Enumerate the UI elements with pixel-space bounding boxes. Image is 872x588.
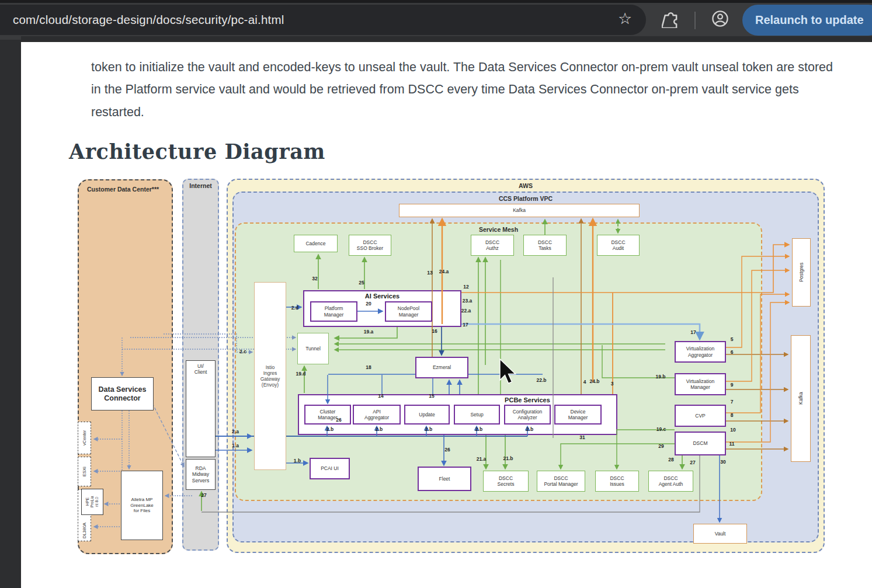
architecture-diagram: Customer Data Center***InternetAWSCCS Pl… [70,172,831,559]
edge-label-20: 20 [366,301,371,307]
zone-service-mesh-label: Service Mesh [236,226,761,233]
nodepool-manager: NodePool Manager [385,301,432,322]
dscc-issues: DSCC Issues [595,471,639,492]
edge-label-14: 14 [378,393,383,399]
edge-label-29: 29 [658,443,663,449]
profile-icon[interactable] [711,9,729,28]
edge-label-19.b: 19.b [655,374,665,380]
edge-label-17: 17 [690,329,696,335]
edge-label-2.d: 2.d [291,305,298,311]
edge-label-19.c: 19.c [656,426,666,432]
edge-label-4: 4 [583,379,586,385]
vcenter: vCenter [78,422,91,454]
dscc-sso-broker: DSCC SSO Broker [349,235,391,256]
browser-toolbar: com/cloud/storage-design/docs/security/p… [0,0,872,40]
edge-label-26: 26 [444,447,450,453]
cluster-manager: Cluster Manager [304,405,351,425]
edge-label-8: 8 [731,412,734,418]
edge-label-12: 12 [463,284,468,290]
edge-label-2.b: 2.b [475,426,482,432]
api-aggregator: API Aggregator [353,405,401,425]
ezmeral: Ezmeral [415,357,468,378]
rda-midway-servers: RDA Midway Servers [186,459,216,490]
update: Update [404,405,450,425]
edge-label-30: 30 [720,459,725,465]
zone-ccs-platform-vpc-label: CCS Platform VPC [234,195,818,202]
edge-label-22.b: 22.b [536,377,546,383]
edge-label-26: 26 [336,417,341,423]
dscc-secrets: DSCC Secrets [483,471,529,492]
edge-label-13: 13 [427,270,432,276]
edge-label-3: 3 [611,381,614,387]
document-paragraph: token to initialize the vault and encode… [91,56,838,124]
edge-label-2.b: 2.b [425,426,432,432]
edge-label-21.b: 21.b [503,455,513,461]
address-bar[interactable]: com/cloud/storage-design/docs/security/p… [0,5,646,35]
edge-label-24.b: 24.b [589,378,599,384]
toolbar-separator [694,12,696,29]
edge-label-31: 31 [579,434,585,440]
esxi: ESXi [78,457,91,486]
device-manager: Device Manager [554,405,602,425]
edge-label-2.b: 2.b [526,426,533,432]
kafka-top: Kafka [399,204,640,217]
edge-label-25: 25 [359,280,364,286]
tunnel: Tunnel [297,333,329,364]
edge-label-32: 32 [312,276,317,281]
zone-aws-label: AWS [228,182,824,189]
istio-ingress-gateway: Istio Ingres Gateway (Envoy) [254,282,286,470]
edge-label-21.a: 21.a [477,456,487,462]
edge-label-2.c: 2.c [239,349,246,354]
group-pcbe-services-label: PCBe Services [369,396,686,403]
dscc-audit: DSCC Audit [597,235,640,256]
edge-label-18: 18 [366,364,371,370]
edge-label-2.b: 2.b [326,426,333,432]
relaunch-label: Relaunch to update [755,13,864,27]
edge-label-16: 16 [432,328,437,334]
kafka-right: Kafka [791,335,811,462]
edge-label-10: 10 [730,427,735,433]
vault: Vault [693,524,747,544]
data-services-connector: Data Services Connector [91,377,154,410]
bookmark-star-icon[interactable]: ☆ [614,8,635,29]
dscc-authz: DSCC Authz [471,235,514,256]
pcai-ui: PCAI UI [310,458,350,479]
edge-label-22.a: 22.a [461,308,471,314]
cadence: Cadence [294,235,338,252]
toolbar-top-edge [0,0,872,3]
ui-client: UI/ Client [186,360,216,457]
cvp: CVP [675,405,726,427]
dscc-portal-manager: DSCC Portal Manager [537,471,585,492]
zone-internet-label: Internet [183,182,218,189]
edge-label-19.d: 19.d [296,371,305,377]
edge-label-28: 28 [668,457,673,462]
edge-label-5: 5 [731,336,734,342]
edge-label-24.a: 24.a [439,269,449,274]
virtualization-manager: Virtualization Manager [675,373,726,395]
edge-label-17: 17 [463,322,468,328]
dscc-tasks: DSCC Tasks [523,235,567,256]
edge-label-2.b: 2.b [376,426,383,432]
edge-label-2.a: 2.a [232,429,239,434]
edge-label-15: 15 [429,393,434,399]
virtualization-aggregator: Virtualization Aggregator [675,341,726,363]
configuration-analyzer: Configuration Analyzer [504,405,551,425]
edge-label-27: 27 [690,460,695,465]
url-text[interactable]: com/cloud/storage-design/docs/security/p… [13,13,284,27]
relaunch-to-update-button[interactable]: Relaunch to update [742,5,872,36]
fleet: Fleet [418,467,471,491]
left-dark-gutter [0,40,21,588]
edge-label-6: 6 [731,349,734,355]
edge-label-23.a: 23.a [463,298,473,304]
edge-label-19.a: 19.a [364,329,374,335]
edge-label-1.b: 1.b [294,458,301,464]
page-title: Architecture Diagram [69,140,325,163]
toolbar-shadow [21,36,872,42]
edge-label-27: 27 [201,492,206,498]
edge-label-7: 7 [731,399,734,405]
dscc-agent-auth: DSCC Agent Auth [648,471,693,492]
extensions-icon[interactable] [662,9,680,28]
edge-label-11: 11 [729,441,735,447]
edge-label-1.a: 1.a [232,443,239,448]
platform-manager: Platform Manager [310,301,357,322]
